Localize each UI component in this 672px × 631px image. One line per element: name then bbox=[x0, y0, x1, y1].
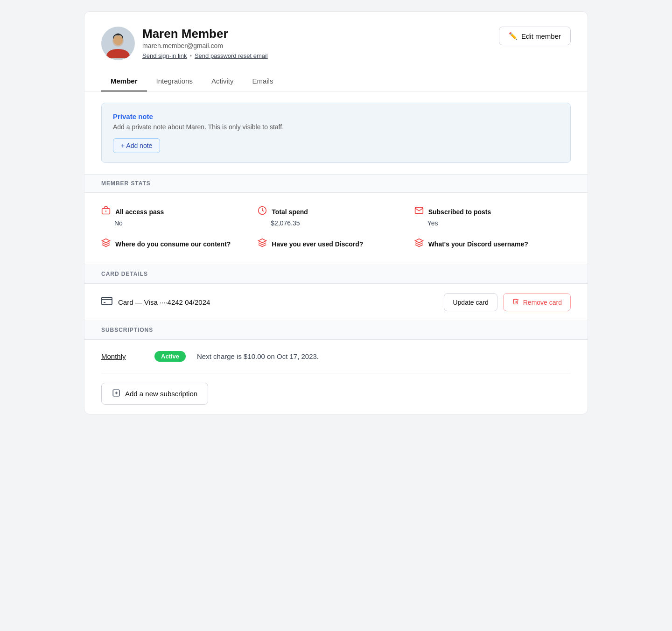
stat-label-4: Have you ever used Discord? bbox=[272, 240, 363, 248]
avatar bbox=[101, 27, 135, 60]
svg-marker-5 bbox=[102, 239, 110, 243]
stat-consume-content: Where do you consume our content? bbox=[101, 238, 258, 252]
add-note-label: + Add note bbox=[121, 142, 152, 149]
stat-all-access-pass: All access pass No bbox=[101, 206, 258, 238]
private-note-description: Add a private note about Maren. This is … bbox=[113, 123, 559, 131]
tab-emails[interactable]: Emails bbox=[243, 71, 282, 91]
consume-content-icon bbox=[101, 238, 111, 250]
tab-activity[interactable]: Activity bbox=[202, 71, 243, 91]
svg-marker-7 bbox=[415, 239, 423, 243]
stat-discord-used: Have you ever used Discord? bbox=[258, 238, 414, 252]
card-details-section: Card — Visa ····4242 04/2024 Update card… bbox=[84, 283, 588, 321]
member-stats-grid: All access pass No Total spend $2,076.35… bbox=[84, 193, 588, 265]
header-info: Maren Member maren.member@gmail.com Send… bbox=[142, 27, 268, 59]
stat-discord-username: What's your Discord username? bbox=[414, 238, 571, 252]
card-details-header: CARD DETAILS bbox=[84, 265, 588, 283]
stat-label-2: Subscribed to posts bbox=[428, 208, 491, 216]
total-spend-icon bbox=[258, 206, 267, 217]
tabs-nav: Member Integrations Activity Emails bbox=[84, 71, 588, 91]
header-left: Maren Member maren.member@gmail.com Send… bbox=[101, 27, 268, 60]
member-name: Maren Member bbox=[142, 27, 268, 41]
subscription-status-badge: Active bbox=[154, 351, 186, 362]
send-password-reset-link[interactable]: Send password reset email bbox=[195, 52, 268, 59]
stat-label-3: Where do you consume our content? bbox=[115, 240, 231, 248]
stat-value-1: $2,076.35 bbox=[271, 219, 414, 227]
subscription-row: Monthly Active Next charge is $10.00 on … bbox=[84, 339, 588, 373]
stat-label-0: All access pass bbox=[115, 208, 164, 216]
add-subscription-button[interactable]: Add a new subscription bbox=[101, 383, 208, 405]
stat-label-5: What's your Discord username? bbox=[428, 240, 528, 248]
private-note-title: Private note bbox=[113, 112, 559, 120]
stat-value-2: Yes bbox=[427, 219, 571, 227]
add-note-button[interactable]: + Add note bbox=[113, 138, 160, 153]
tab-member[interactable]: Member bbox=[101, 71, 147, 91]
subscription-description: Next charge is $10.00 on Oct 17, 2023. bbox=[197, 352, 319, 360]
all-access-icon bbox=[101, 206, 111, 217]
member-stats-header: MEMBER STATS bbox=[84, 174, 588, 193]
subscription-divider bbox=[101, 373, 571, 373]
update-card-button[interactable]: Update card bbox=[444, 293, 497, 311]
stat-label-1: Total spend bbox=[272, 208, 308, 216]
edit-member-label: Edit member bbox=[521, 32, 561, 40]
add-subscription-icon bbox=[112, 389, 120, 399]
member-card: Maren Member maren.member@gmail.com Send… bbox=[84, 11, 588, 414]
trash-icon bbox=[512, 298, 519, 307]
card-info: Card — Visa ····4242 04/2024 bbox=[101, 296, 210, 308]
pencil-icon: ✏️ bbox=[509, 32, 518, 40]
discord-username-icon bbox=[414, 238, 424, 250]
stat-subscribed-posts: Subscribed to posts Yes bbox=[414, 206, 571, 238]
private-note-section: Private note Add a private note about Ma… bbox=[101, 103, 571, 163]
header-links: Send sign-in link • Send password reset … bbox=[142, 52, 268, 59]
edit-member-button[interactable]: ✏️ Edit member bbox=[499, 27, 571, 45]
svg-rect-8 bbox=[102, 297, 112, 305]
send-signin-link[interactable]: Send sign-in link bbox=[142, 52, 187, 59]
stat-total-spend: Total spend $2,076.35 bbox=[258, 206, 414, 238]
member-header: Maren Member maren.member@gmail.com Send… bbox=[84, 12, 588, 71]
remove-card-label: Remove card bbox=[523, 299, 562, 306]
dot-separator: • bbox=[189, 52, 192, 59]
remove-card-button[interactable]: Remove card bbox=[503, 293, 571, 311]
svg-point-1 bbox=[113, 35, 123, 45]
card-actions: Update card Remove card bbox=[444, 293, 571, 311]
add-subscription-label: Add a new subscription bbox=[125, 390, 197, 398]
discord-used-icon bbox=[258, 238, 267, 250]
subscribed-posts-icon bbox=[414, 206, 424, 217]
subscriptions-header: SUBSCRIPTIONS bbox=[84, 321, 588, 339]
card-text: Card — Visa ····4242 04/2024 bbox=[118, 298, 210, 306]
svg-marker-6 bbox=[259, 239, 266, 243]
tab-integrations[interactable]: Integrations bbox=[147, 71, 202, 91]
member-email: maren.member@gmail.com bbox=[142, 42, 268, 49]
stat-value-0: No bbox=[114, 219, 258, 227]
subscription-name[interactable]: Monthly bbox=[101, 352, 143, 360]
credit-card-icon bbox=[101, 296, 112, 308]
